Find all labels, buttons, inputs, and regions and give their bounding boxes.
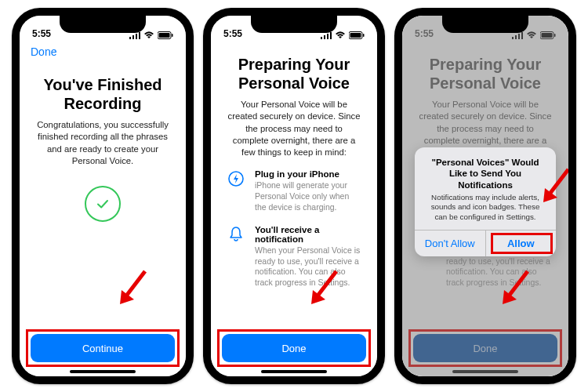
tip-body: iPhone will generate your Personal Voice… bbox=[255, 180, 361, 212]
wifi-icon bbox=[143, 31, 154, 39]
alert-title: "Personal Voices" Would Like to Send You… bbox=[426, 157, 545, 191]
alert-allow-button[interactable]: Allow bbox=[485, 230, 557, 256]
page-title: You've Finished Recording bbox=[35, 75, 170, 113]
home-indicator[interactable] bbox=[70, 370, 136, 373]
page-title: Preparing Your Personal Voice bbox=[227, 55, 361, 93]
charging-icon bbox=[227, 169, 245, 188]
wifi-icon bbox=[335, 31, 346, 39]
svg-rect-12 bbox=[350, 33, 361, 38]
svg-rect-13 bbox=[363, 34, 365, 37]
phone-mockup-2: 5:55 Preparing Your Personal Voice Your … bbox=[203, 8, 385, 384]
status-time: 5:55 bbox=[32, 28, 51, 39]
svg-rect-3 bbox=[139, 32, 140, 39]
done-button[interactable]: Done bbox=[222, 334, 366, 362]
phone-mockup-1: 5:55 Done You've Finished Recording Cong… bbox=[12, 8, 194, 384]
svg-rect-5 bbox=[159, 33, 170, 38]
tip-title: Plug in your iPhone bbox=[255, 169, 361, 179]
notification-permission-alert: "Personal Voices" Would Like to Send You… bbox=[415, 147, 556, 256]
tip-title: You'll receive a notification bbox=[255, 225, 361, 244]
notch bbox=[251, 16, 337, 33]
nav-done-link[interactable]: Done bbox=[31, 45, 56, 58]
svg-rect-2 bbox=[136, 34, 137, 39]
notch bbox=[442, 16, 528, 33]
page-body: Your Personal Voice will be created secu… bbox=[227, 99, 361, 158]
continue-button[interactable]: Continue bbox=[31, 334, 175, 362]
alert-allow-label: Allow bbox=[507, 238, 535, 249]
phone-mockup-3: 5:55 Preparing Your Personal Voice Your … bbox=[394, 8, 576, 384]
battery-icon bbox=[349, 31, 365, 39]
home-indicator[interactable] bbox=[452, 370, 518, 373]
alert-deny-button[interactable]: Don't Allow bbox=[415, 230, 485, 256]
tip-body: When your Personal Voice is ready to use… bbox=[255, 245, 361, 289]
svg-rect-7 bbox=[321, 37, 322, 39]
svg-rect-0 bbox=[129, 37, 131, 39]
page-body: Congratulations, you successfully finish… bbox=[35, 119, 170, 167]
nav-bar: Done bbox=[20, 41, 186, 61]
notch bbox=[60, 16, 146, 33]
status-time: 5:55 bbox=[223, 28, 242, 39]
svg-rect-6 bbox=[172, 34, 173, 37]
svg-rect-10 bbox=[330, 32, 332, 39]
svg-rect-8 bbox=[324, 35, 325, 39]
alert-body: Notifications may include alerts, sounds… bbox=[426, 193, 545, 222]
tip-item-notification: You'll receive a notification When your … bbox=[227, 225, 361, 289]
svg-rect-9 bbox=[327, 34, 328, 39]
bell-icon bbox=[227, 225, 245, 244]
battery-icon bbox=[158, 31, 173, 39]
svg-rect-1 bbox=[132, 35, 134, 39]
tip-item-charge: Plug in your iPhone iPhone will generate… bbox=[227, 169, 361, 212]
home-indicator[interactable] bbox=[261, 370, 327, 373]
checkmark-success-icon bbox=[85, 186, 121, 222]
